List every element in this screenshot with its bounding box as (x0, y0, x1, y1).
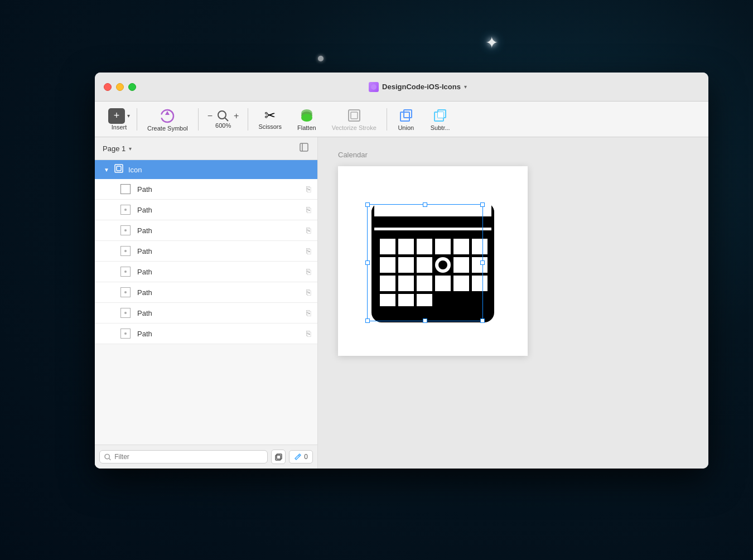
flatten-label: Flatten (297, 124, 316, 131)
close-button[interactable] (104, 83, 112, 91)
canvas-label: Calendar (338, 151, 368, 159)
subtract-icon (432, 108, 448, 123)
svg-point-7 (301, 114, 312, 122)
filter-count-button[interactable]: 0 (289, 450, 313, 464)
layer-copy-icon[interactable]: ⎘ (306, 226, 311, 235)
layer-item-name: Path (137, 206, 306, 214)
layer-path-icon (119, 183, 132, 195)
layer-path-icon (119, 307, 132, 319)
filter-input[interactable] (114, 453, 263, 461)
svg-rect-30 (380, 239, 395, 254)
app-icon (369, 82, 379, 92)
zoom-wrapper: − + 600% (207, 110, 239, 129)
vectorize-label: Vectorize Stroke (332, 124, 376, 131)
svg-point-40 (438, 260, 447, 269)
layer-copy-icon[interactable]: ⎘ (306, 205, 311, 214)
svg-rect-10 (400, 112, 409, 121)
layer-copy-all-button[interactable] (271, 450, 286, 464)
insert-button[interactable]: + ▾ Insert (104, 106, 134, 133)
svg-rect-48 (472, 276, 487, 291)
maximize-button[interactable] (128, 83, 136, 91)
layer-item[interactable]: Path ⎘ (95, 262, 317, 282)
union-label: Union (398, 124, 414, 131)
svg-rect-50 (398, 294, 414, 306)
filter-input-wrap (99, 450, 268, 464)
union-button[interactable]: Union (389, 105, 423, 133)
layer-copy-icon[interactable]: ⎘ (306, 308, 311, 317)
layer-path-icon (119, 265, 132, 278)
svg-rect-51 (417, 294, 432, 306)
create-symbol-icon (158, 107, 176, 125)
calendar-artwork (338, 166, 528, 356)
title-bar-center: DesignCode-iOS-Icons ▾ (136, 82, 699, 92)
layer-group-icon[interactable]: ▼ Icon (95, 160, 317, 179)
page-selector[interactable]: Page 1 ▾ (103, 144, 132, 153)
create-symbol-button[interactable]: Create Symbol (139, 105, 196, 134)
title-chevron-icon[interactable]: ▾ (464, 84, 467, 90)
sidebar: Page 1 ▾ ▼ (95, 137, 318, 469)
svg-point-19 (105, 454, 109, 458)
layer-item[interactable]: Path ⎘ (95, 282, 317, 303)
layer-item-name: Path (137, 247, 306, 255)
collapse-icon (298, 142, 310, 153)
layer-item[interactable]: Path ⎘ (95, 241, 317, 262)
zoom-value: 600% (215, 122, 231, 129)
toolbar-divider-4 (387, 108, 387, 131)
layer-item[interactable]: Path ⎘ (95, 200, 317, 220)
svg-marker-2 (165, 111, 170, 115)
minimize-button[interactable] (116, 83, 124, 91)
insert-icon: + (108, 108, 125, 124)
zoom-in-button[interactable]: + (234, 112, 239, 120)
toolbar-divider-1 (137, 108, 137, 131)
svg-rect-9 (351, 112, 358, 119)
svg-rect-34 (453, 239, 469, 254)
scissors-button[interactable]: ✂ Scissors (250, 107, 289, 132)
layer-item[interactable]: Path ⎘ (95, 324, 317, 344)
layer-item-name: Path (137, 309, 306, 317)
layer-copy-icon[interactable]: ⎘ (306, 329, 311, 338)
window-title: DesignCode-iOS-Icons (382, 83, 461, 91)
svg-rect-29 (371, 216, 494, 228)
svg-rect-35 (472, 239, 487, 254)
vectorize-icon (346, 108, 362, 123)
create-symbol-label: Create Symbol (147, 125, 188, 132)
layer-item-name: Path (137, 185, 306, 194)
group-name: Icon (128, 166, 311, 174)
svg-rect-17 (115, 165, 123, 172)
svg-rect-38 (417, 257, 432, 273)
svg-rect-41 (453, 257, 469, 273)
flatten-button[interactable]: Flatten (289, 105, 324, 133)
layer-copy-icon[interactable]: ⎘ (306, 288, 311, 297)
vectorize-stroke-button[interactable]: Vectorize Stroke (324, 105, 384, 133)
union-icon (398, 108, 414, 123)
sidebar-collapse-button[interactable] (298, 142, 310, 155)
layer-item[interactable]: Path ⎘ (95, 303, 317, 324)
layer-path-icon (119, 224, 132, 236)
filter-count: 0 (304, 453, 308, 461)
svg-line-20 (109, 458, 110, 460)
layer-item[interactable]: Path ⎘ (95, 220, 317, 241)
layer-copy-icon[interactable]: ⎘ (306, 185, 311, 194)
app-window: DesignCode-iOS-Icons ▾ + ▾ Insert Create… (95, 73, 708, 469)
artboard[interactable] (338, 166, 528, 356)
copy-all-icon (274, 452, 283, 461)
layer-item-name: Path (137, 330, 306, 338)
filter-search-icon (104, 453, 111, 461)
zoom-control: − + 600% (201, 108, 246, 131)
layer-path-icon (119, 204, 132, 216)
page-label: Page 1 (103, 144, 126, 153)
layer-item[interactable]: Path ⎘ (95, 179, 317, 200)
canvas-area: Calendar (318, 137, 708, 469)
svg-rect-36 (380, 257, 395, 273)
layer-copy-icon[interactable]: ⎘ (306, 247, 311, 255)
star-decoration: ✦ (485, 33, 502, 50)
edit-icon (294, 453, 302, 461)
subtract-button[interactable]: Subtr... (423, 105, 458, 133)
svg-point-3 (218, 111, 226, 119)
zoom-out-button[interactable]: − (207, 112, 213, 120)
svg-rect-32 (417, 239, 432, 254)
sidebar-header: Page 1 ▾ (95, 137, 317, 160)
svg-rect-15 (300, 143, 308, 151)
layer-copy-icon[interactable]: ⎘ (306, 267, 311, 276)
layer-path-icon (119, 245, 132, 257)
